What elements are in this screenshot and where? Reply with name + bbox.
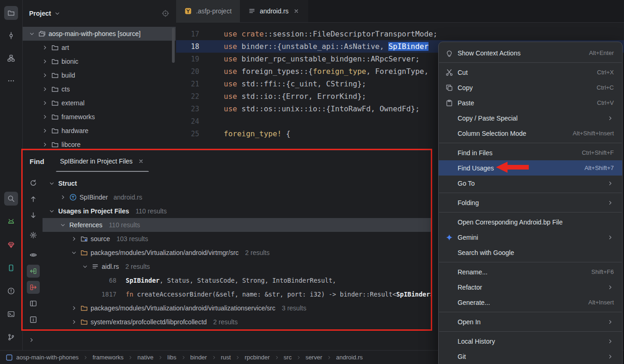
submenu-arrow-icon (606, 115, 614, 122)
app-quality-insights-button[interactable] (4, 238, 18, 252)
search-button[interactable] (4, 192, 18, 206)
chevron-down-icon (59, 221, 67, 229)
menu-shortcut: Alt+Enter (589, 49, 614, 56)
navigate-with-single-click-icon (30, 267, 37, 275)
structure-icon (7, 55, 15, 62)
project-item-label: build (61, 72, 75, 79)
editor-tab-asfp-project[interactable]: .asfp-project (176, 0, 240, 22)
menu-item-label: Local History (458, 338, 593, 345)
menu-item-rename[interactable]: Rename...Shift+F6 (439, 264, 622, 279)
project-tree-item-hardware[interactable]: hardware (23, 124, 176, 138)
find-match-row-68[interactable]: 68SpIBinder, Status, StatusCode, Strong,… (43, 273, 431, 287)
find-tree-row-packages-modules-virtualization-android-virtualizationservice-src[interactable]: packages/modules/Virtualization/android/… (43, 301, 431, 315)
menu-item-copy[interactable]: CopyCtrl+C (439, 80, 622, 95)
next-occurrence-button[interactable] (27, 209, 40, 222)
find-tree-row-system-extras-profcollectd-libprofcollectd[interactable]: system/extras/profcollectd/libprofcollec… (43, 315, 431, 329)
menu-item-find-usages[interactable]: Find UsagesAlt+Shift+7 (439, 160, 622, 176)
breadcrumb-item-rpcbinder[interactable]: rpcbinder (245, 354, 269, 361)
version-control-button[interactable] (4, 330, 18, 344)
editor-tab-android-rs[interactable]: android.rs (240, 0, 308, 22)
menu-separator (439, 212, 622, 212)
menu-item-open-in[interactable]: Open In (439, 314, 622, 329)
breadcrumb-item-binder[interactable]: binder (190, 354, 207, 361)
breadcrumb-item-android-rs[interactable]: android.rs (336, 354, 363, 361)
chevron-down-icon[interactable] (54, 10, 61, 17)
menu-item-local-history[interactable]: Local History (439, 334, 622, 349)
preview-button[interactable] (27, 249, 40, 261)
code-line-17[interactable]: 17use crate::session::FileDescriptorTran… (176, 28, 624, 40)
breadcrumb-item-rust[interactable]: rust (221, 354, 231, 361)
project-tree-item-build[interactable]: build (23, 68, 176, 82)
close-tab-icon[interactable] (137, 158, 145, 165)
find-row-count: 110 results (135, 207, 166, 215)
find-tree-row-references[interactable]: References110 results (43, 218, 431, 232)
menu-item-git[interactable]: Git (439, 349, 622, 364)
previous-occurrence-button[interactable] (27, 193, 40, 206)
find-tree-row-struct[interactable]: Struct (43, 176, 431, 190)
problems-button[interactable] (4, 284, 18, 298)
project-tree-item-libcore[interactable]: libcore (23, 138, 176, 152)
project-scrollbar-thumb[interactable] (172, 28, 175, 63)
breadcrumb-item-native[interactable]: native (137, 354, 153, 361)
menu-shortcut: Ctrl+Shift+F (582, 149, 614, 156)
breadcrumb-item-aosp-main-with-phones[interactable]: aosp-main-with-phones (16, 354, 79, 361)
menu-shortcut: Alt+Shift+7 (584, 164, 614, 171)
breadcrumb-item-server[interactable]: server (306, 354, 322, 361)
autoscroll-from-source-button[interactable] (27, 281, 40, 294)
navigate-with-single-click-button[interactable] (27, 265, 40, 278)
settings-button[interactable] (27, 229, 40, 242)
find-tree-row-source[interactable]: source103 results (43, 232, 431, 246)
find-results-tab[interactable]: SpIBinder in Project Files (55, 151, 150, 172)
commit-button[interactable] (4, 29, 18, 42)
project-tree-item-cts[interactable]: cts (23, 82, 176, 96)
project-tree-item-frameworks[interactable]: frameworks (23, 110, 176, 124)
menu-item-go-to[interactable]: Go To (439, 176, 622, 191)
menu-item-search-with-google[interactable]: Search with Google (439, 245, 622, 260)
expand-chevron-icon[interactable] (28, 336, 35, 344)
tab-label: .asfp-project (196, 7, 232, 15)
project-tree-item-aosp-main-with-phones-source[interactable]: aosp-main-with-phones [source] (23, 27, 176, 41)
menu-item-open-corresponding-android-bp-file[interactable]: Open Corresponding Android.bp File (439, 214, 622, 230)
menu-item-folding[interactable]: Folding (439, 195, 622, 210)
rerun-button[interactable] (27, 176, 40, 189)
open-in-new-tab-button[interactable] (27, 297, 40, 310)
find-tree-row-spibinder[interactable]: SpIBinderandroid.rs (43, 190, 431, 204)
more-tool-windows-button[interactable] (4, 74, 18, 88)
search-icon (7, 195, 15, 202)
menu-item-gemini[interactable]: Gemini (439, 230, 622, 245)
project-tree-item-external[interactable]: external (23, 96, 176, 110)
help-button[interactable] (27, 313, 40, 326)
structure-button[interactable] (4, 51, 18, 65)
find-row-label: source (91, 235, 110, 243)
match-line-number: 1817 (91, 291, 116, 298)
menu-item-paste[interactable]: PasteCtrl+V (439, 95, 622, 110)
breadcrumb-separator-icon (234, 354, 241, 361)
project-button[interactable] (4, 6, 18, 20)
menu-item-column-selection-mode[interactable]: Column Selection ModeAlt+Shift+Insert (439, 126, 622, 141)
folder-icon (51, 127, 59, 134)
logcat-button[interactable] (4, 215, 18, 229)
project-tree-item-bionic[interactable]: bionic (23, 55, 176, 68)
breadcrumb-item-src[interactable]: src (284, 354, 292, 361)
find-tree-row-packages-modules-virtualization-android-virtmgr-src[interactable]: packages/modules/Virtualization/android/… (43, 246, 431, 260)
source-root-icon (80, 235, 88, 243)
select-opened-file-icon[interactable] (162, 10, 169, 17)
find-tree-row-usages-in-project-files[interactable]: Usages in Project Files110 results (43, 204, 431, 218)
menu-item-copy-paste-special[interactable]: Copy / Paste Special (439, 110, 622, 126)
project-panel-title[interactable]: Project (29, 10, 51, 17)
menu-item-label: Find in Files (458, 149, 569, 157)
menu-item-refactor[interactable]: Refactor (439, 279, 622, 295)
terminal-button[interactable] (4, 307, 18, 321)
device-manager-button[interactable] (4, 261, 18, 275)
menu-item-show-context-actions[interactable]: Show Context ActionsAlt+Enter (439, 45, 622, 61)
menu-item-generate[interactable]: Generate...Alt+Insert (439, 295, 622, 310)
menu-item-cut[interactable]: CutCtrl+X (439, 65, 622, 80)
project-tree-item-art[interactable]: art (23, 41, 176, 55)
intention-bulb-icon (446, 49, 453, 57)
breadcrumb-item-libs[interactable]: libs (167, 354, 177, 361)
project-item-label: external (61, 99, 85, 107)
breadcrumb-item-frameworks[interactable]: frameworks (92, 354, 123, 361)
menu-item-find-in-files[interactable]: Find in FilesCtrl+Shift+F (439, 145, 622, 160)
find-match-row-1817[interactable]: 1817fn createAccessorBinder(&self, name:… (43, 287, 431, 301)
find-tree-row-aidl-rs[interactable]: aidl.rs2 results (43, 260, 431, 273)
